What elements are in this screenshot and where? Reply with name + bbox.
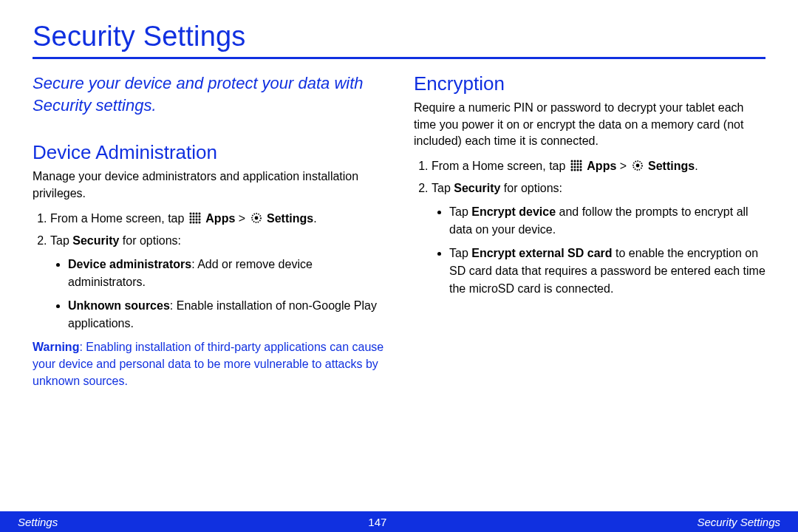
svg-point-9 <box>192 218 194 220</box>
option-label: Device administrators <box>68 258 191 270</box>
encryption-intro: Require a numeric PIN or password to dec… <box>414 100 765 150</box>
warning-text: Warning: Enabling installation of third-… <box>33 338 384 390</box>
apps-label: Apps <box>587 160 616 172</box>
step-text: From a Home screen, tap <box>432 160 569 172</box>
footer-left: Settings <box>18 516 58 528</box>
option-text: Tap <box>449 205 471 218</box>
settings-label: Settings <box>648 160 695 172</box>
encryption-heading: Encryption <box>414 72 765 95</box>
warning-label: Warning <box>33 341 79 353</box>
svg-point-35 <box>635 164 639 168</box>
device-admin-steps: From a Home screen, tap Apps > Settings.… <box>33 210 384 332</box>
apps-icon <box>189 211 201 223</box>
list-item: Tap Encrypt device and follow the prompt… <box>449 203 765 239</box>
svg-point-2 <box>195 212 197 214</box>
settings-icon <box>632 159 644 171</box>
svg-point-21 <box>579 160 582 163</box>
columns: Secure your device and protect your data… <box>33 72 765 397</box>
encryption-options: Tap Encrypt device and follow the prompt… <box>432 203 765 298</box>
device-admin-intro: Manage your device administrators and ap… <box>33 168 384 202</box>
left-column: Secure your device and protect your data… <box>33 72 384 397</box>
option-label: Encrypt device <box>471 205 556 218</box>
step-text: Tap <box>432 182 454 194</box>
page-title: Security Settings <box>33 21 765 52</box>
step-text: From a Home screen, tap <box>50 212 188 225</box>
svg-point-0 <box>189 212 191 214</box>
security-label: Security <box>72 234 119 247</box>
page-number: 147 <box>368 516 386 528</box>
svg-point-5 <box>192 215 194 217</box>
svg-point-23 <box>573 163 576 166</box>
lede-text: Secure your device and protect your data… <box>33 72 384 116</box>
option-label: Unknown sources <box>68 299 170 312</box>
svg-point-33 <box>579 169 582 171</box>
option-label: Encrypt external SD card <box>471 247 612 259</box>
period: . <box>313 212 316 225</box>
svg-point-1 <box>192 212 194 214</box>
right-column: Encryption Require a numeric PIN or pass… <box>414 72 765 397</box>
step-item: Tap Security for options: Device adminis… <box>50 232 384 332</box>
settings-label: Settings <box>267 212 313 225</box>
step-text: Tap <box>50 234 72 247</box>
step-item: Tap Security for options: Tap Encrypt de… <box>432 180 765 298</box>
list-item: Device administrators: Add or remove dev… <box>68 256 384 291</box>
svg-point-26 <box>570 166 573 168</box>
separator: > <box>239 212 249 225</box>
svg-point-28 <box>576 166 579 168</box>
footer-right: Security Settings <box>697 516 780 528</box>
encryption-steps: From a Home screen, tap Apps > Settings.… <box>414 157 765 298</box>
step-text: for options: <box>500 182 562 194</box>
svg-point-25 <box>579 163 582 166</box>
svg-point-6 <box>195 215 197 217</box>
period: . <box>695 160 698 172</box>
svg-point-20 <box>576 160 579 163</box>
list-item: Tap Encrypt external SD card to enable t… <box>449 245 765 298</box>
svg-point-15 <box>198 221 200 223</box>
svg-point-22 <box>570 163 573 166</box>
step-text: for options: <box>119 234 181 247</box>
apps-label: Apps <box>205 212 235 225</box>
svg-point-12 <box>189 221 191 223</box>
svg-point-32 <box>576 169 579 171</box>
title-rule <box>33 57 765 59</box>
svg-point-31 <box>573 169 576 171</box>
svg-point-14 <box>195 221 197 223</box>
apps-icon <box>570 159 582 171</box>
separator: > <box>620 160 630 172</box>
security-label: Security <box>454 182 500 194</box>
svg-point-13 <box>192 221 194 223</box>
svg-point-17 <box>254 216 258 219</box>
list-item: Unknown sources: Enable installation of … <box>68 297 384 332</box>
step-item: From a Home screen, tap Apps > Settings. <box>432 157 765 175</box>
svg-point-10 <box>195 218 197 220</box>
svg-point-30 <box>570 169 573 171</box>
svg-point-11 <box>198 218 200 220</box>
device-admin-heading: Device Administration <box>33 141 384 164</box>
svg-point-29 <box>579 166 582 168</box>
device-admin-options: Device administrators: Add or remove dev… <box>50 256 384 332</box>
svg-point-24 <box>576 163 579 166</box>
footer-bar: Settings 147 Security Settings <box>0 511 798 532</box>
option-text: Tap <box>449 247 471 259</box>
svg-point-18 <box>570 160 573 163</box>
warning-body: : Enabling installation of third-party a… <box>33 341 383 387</box>
svg-point-27 <box>573 166 576 168</box>
settings-icon <box>250 211 262 223</box>
step-item: From a Home screen, tap Apps > Settings. <box>50 210 384 228</box>
svg-point-3 <box>198 212 200 214</box>
svg-point-4 <box>189 215 191 217</box>
svg-point-19 <box>573 160 576 163</box>
svg-point-8 <box>189 218 191 220</box>
svg-point-7 <box>198 215 200 217</box>
